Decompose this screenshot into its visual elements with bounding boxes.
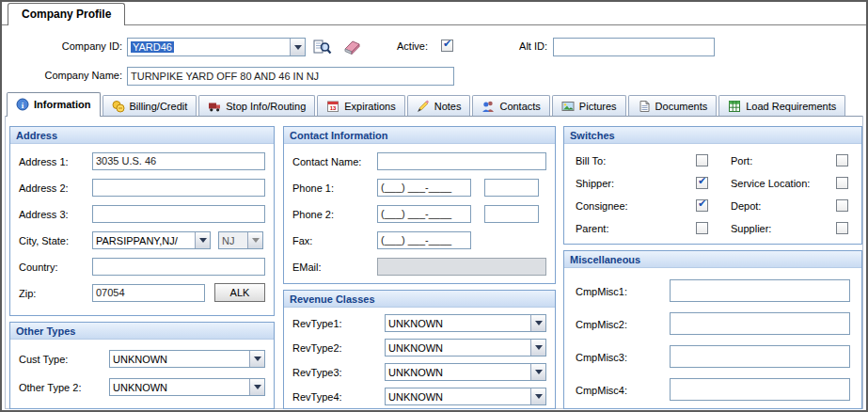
svg-text:13: 13 (330, 105, 337, 111)
switches-group-title: Switches (564, 127, 861, 144)
phone1-input[interactable] (377, 179, 471, 197)
tab-documents[interactable]: Documents (628, 95, 718, 116)
phone2-input[interactable] (377, 205, 471, 223)
phone1-ext-input[interactable] (484, 179, 539, 197)
company-id-dropdown-button[interactable] (290, 39, 305, 55)
tab-pictures[interactable]: Pictures (552, 95, 626, 116)
contact-name-input[interactable] (377, 152, 546, 170)
cust-type-dropdown-button[interactable] (249, 351, 264, 367)
truck-icon (208, 100, 221, 113)
state-value[interactable]: NJ (219, 232, 247, 248)
city-state-value[interactable]: PARSIPPANY,NJ/ (93, 232, 195, 248)
switch-row: Consignee: Depot: (576, 198, 850, 214)
clear-company-button[interactable] (339, 36, 365, 58)
company-id-combo[interactable]: YARD46 (127, 38, 306, 56)
tab-contacts[interactable]: Contacts (472, 95, 549, 116)
company-id-value[interactable]: YARD46 (128, 39, 290, 55)
state-combo[interactable]: NJ (218, 231, 263, 249)
revtype4-row: RevType4: UNKNOWN (292, 387, 546, 405)
revtype1-combo[interactable]: UNKNOWN (385, 314, 546, 332)
cmpmisc2-input[interactable] (670, 312, 850, 335)
tab-label: Notes (434, 101, 462, 112)
other-type2-dropdown-button[interactable] (249, 379, 264, 395)
revtype4-combo[interactable]: UNKNOWN (385, 388, 546, 405)
fax-row: Fax: (292, 230, 546, 249)
supplier-checkbox[interactable] (836, 222, 848, 234)
revtype3-dropdown-button[interactable] (530, 364, 545, 380)
company-name-label: Company Name: (28, 70, 122, 81)
revtype2-dropdown-button[interactable] (530, 340, 545, 356)
contact-name-row: Contact Name: (292, 151, 546, 170)
company-search-button[interactable] (309, 36, 336, 58)
zip-input[interactable] (92, 284, 205, 302)
revtype2-value[interactable]: UNKNOWN (386, 340, 530, 356)
depot-checkbox[interactable] (836, 199, 848, 212)
revtype4-dropdown-button[interactable] (530, 388, 545, 404)
other-type2-combo[interactable]: UNKNOWN (109, 378, 265, 396)
city-state-row: City, State: PARSIPPANY,NJ/ NJ (19, 230, 265, 249)
window-tab-label: Company Profile (22, 8, 111, 21)
revtype1-row: RevType1: UNKNOWN (292, 313, 546, 332)
tab-stop-info-routing[interactable]: Stop Info/Routing (198, 95, 315, 116)
revtype1-dropdown-button[interactable] (530, 315, 545, 331)
alt-id-input[interactable] (553, 38, 715, 56)
city-state-label: City, State: (19, 234, 92, 246)
parent-label: Parent: (576, 223, 696, 234)
revtype1-value[interactable]: UNKNOWN (386, 315, 530, 331)
email-label: EMail: (292, 261, 377, 273)
parent-checkbox[interactable] (696, 222, 708, 234)
tab-notes[interactable]: Notes (407, 95, 471, 116)
cmpmisc4-input[interactable] (670, 378, 850, 401)
port-checkbox[interactable] (836, 154, 848, 166)
miscellaneous-group-title: Miscellaneous (564, 251, 861, 268)
cust-type-value[interactable]: UNKNOWN (110, 351, 249, 367)
shipper-checkbox[interactable] (696, 177, 708, 189)
cmpmisc1-label: CmpMisc1: (576, 285, 670, 297)
state-dropdown-button[interactable] (247, 232, 262, 248)
cmpmisc4-label: CmpMisc4: (576, 384, 670, 396)
window-tab-company-profile[interactable]: Company Profile (8, 3, 125, 25)
cmpmisc1-input[interactable] (670, 279, 850, 302)
company-profile-window: Company Profile Company ID: YARD46 Activ… (0, 0, 868, 412)
revtype2-combo[interactable]: UNKNOWN (385, 339, 546, 357)
other-type2-label: Other Type 2: (19, 381, 109, 393)
address2-input[interactable] (92, 179, 265, 197)
calendar-icon: 13 (326, 100, 339, 113)
revtype3-combo[interactable]: UNKNOWN (385, 363, 546, 381)
shipper-label: Shipper: (576, 178, 696, 189)
zip-label: Zip: (19, 287, 92, 299)
switch-row: Bill To: Port: (576, 152, 850, 168)
revtype3-row: RevType3: UNKNOWN (292, 362, 546, 381)
fax-input[interactable] (377, 231, 471, 249)
alk-button[interactable]: ALK (214, 283, 265, 302)
other-type2-value[interactable]: UNKNOWN (110, 379, 249, 395)
cust-type-combo[interactable]: UNKNOWN (109, 350, 265, 368)
company-name-input[interactable] (127, 67, 454, 86)
consignee-checkbox[interactable] (696, 199, 708, 212)
address1-input[interactable] (92, 152, 265, 170)
tab-billing-credit[interactable]: Billing/Credit (103, 95, 197, 116)
bill-to-checkbox[interactable] (696, 154, 708, 166)
tab-load-requirements[interactable]: Load Requirements (718, 95, 845, 116)
tab-label: Expirations (344, 101, 395, 112)
country-input[interactable] (92, 258, 265, 276)
eraser-icon (341, 40, 362, 55)
cmpmisc3-input[interactable] (670, 345, 850, 368)
active-checkbox[interactable] (441, 40, 453, 52)
city-state-combo[interactable]: PARSIPPANY,NJ/ (92, 231, 211, 249)
active-label: Active: (397, 40, 428, 52)
revtype3-value[interactable]: UNKNOWN (386, 364, 530, 380)
tab-expirations[interactable]: 13 Expirations (317, 95, 404, 116)
address2-row: Address 2: (19, 178, 265, 197)
phone2-ext-input[interactable] (484, 205, 539, 223)
coins-icon (112, 100, 125, 113)
country-label: Country: (19, 261, 92, 273)
service-location-checkbox[interactable] (836, 177, 848, 189)
tab-label: Billing/Credit (130, 101, 188, 112)
revtype4-value[interactable]: UNKNOWN (386, 388, 530, 404)
revtype2-row: RevType2: UNKNOWN (292, 338, 546, 357)
tab-information[interactable]: i Information (7, 92, 101, 116)
cust-type-label: Cust Type: (19, 353, 109, 365)
city-state-dropdown-button[interactable] (195, 232, 210, 248)
address3-input[interactable] (92, 205, 265, 223)
